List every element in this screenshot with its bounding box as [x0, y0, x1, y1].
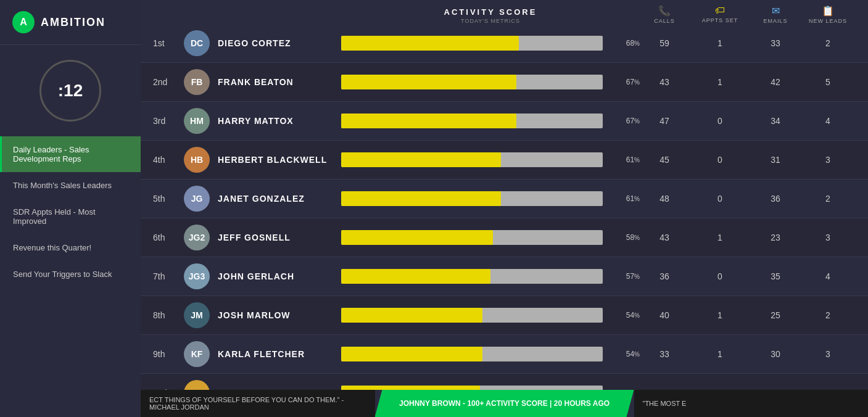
footer: ECT THINGS OF YOURSELF BEFORE YOU CAN DO…	[141, 390, 868, 417]
sidebar-item-0[interactable]: Daily Leaders - Sales Development Reps	[0, 136, 141, 172]
score-bar-container	[341, 114, 603, 128]
calls-cell: 47	[640, 116, 689, 126]
calls-cell: 40	[640, 310, 689, 320]
bar-cell	[341, 191, 603, 206]
avatar: LM	[184, 380, 210, 390]
appts-cell: 1	[689, 310, 751, 320]
table-row: 6th JG2 JEFF GOSNELL 58% 43 1 23 3	[141, 218, 868, 257]
bar-cell	[341, 230, 603, 245]
leads-cell: 2	[800, 194, 856, 204]
main-content: ACTIVITY SCORE TODAY'S METRICS 📞 CALLS 🏷…	[141, 0, 868, 417]
score-cell: 68%	[603, 39, 640, 47]
leads-cell: 3	[800, 349, 856, 359]
emails-cell: 31	[751, 155, 800, 165]
avatar: KF	[184, 341, 210, 367]
timer-area: :12	[0, 45, 141, 136]
emails-cell: 25	[751, 310, 800, 320]
score-cell: 58%	[603, 233, 640, 242]
calls-cell: 33	[640, 349, 689, 359]
appts-cell: 1	[689, 349, 751, 359]
avatar-cell: JG3	[184, 263, 218, 289]
table-row: 4th HB HERBERT BLACKWELL 61% 45 0 31 3	[141, 141, 868, 180]
score-bar-container	[341, 308, 603, 323]
score-bar-fill	[341, 152, 501, 167]
score-bar-fill	[341, 230, 493, 245]
sidebar-item-2[interactable]: SDR Appts Held - Most Improved	[0, 199, 141, 234]
leads-cell: 2	[800, 38, 856, 48]
score-bar-fill	[341, 308, 482, 323]
logo-text: AMBITION	[41, 16, 105, 29]
sidebar-item-4[interactable]: Send Your Triggers to Slack	[0, 261, 141, 287]
score-bar-fill	[341, 269, 490, 284]
bar-cell	[341, 36, 603, 51]
score-bar-container	[341, 386, 603, 390]
sidebar-item-3[interactable]: Revenue this Quarter!	[0, 234, 141, 261]
emails-cell: 33	[751, 38, 800, 48]
leads-cell: 5	[800, 77, 856, 87]
table-row: 10th LM LORI MOORE 53% 39 1 19 3	[141, 374, 868, 390]
leads-cell: 4	[800, 116, 856, 126]
bar-cell	[341, 114, 603, 128]
appts-cell: 1	[689, 233, 751, 242]
header-icons-row: ACTIVITY SCORE TODAY'S METRICS 📞 CALLS 🏷…	[141, 0, 868, 24]
rank-cell: 6th	[153, 233, 184, 242]
calls-cell: 48	[640, 194, 689, 204]
logo-icon: A	[12, 11, 35, 33]
activity-score-title: ACTIVITY SCORE	[341, 7, 640, 17]
calls-cell: 36	[640, 271, 689, 281]
score-cell: 67%	[603, 78, 640, 86]
name-cell: FRANK BEATON	[218, 77, 341, 87]
avatar-cell: FB	[184, 69, 218, 95]
table-row: 2nd FB FRANK BEATON 67% 43 1 42 5	[141, 63, 868, 102]
emails-cell: 36	[751, 194, 800, 204]
avatar-cell: JG	[184, 186, 218, 212]
avatar-cell: JG2	[184, 225, 218, 250]
emails-cell: 30	[751, 349, 800, 359]
score-bar-fill	[341, 347, 482, 361]
name-cell: DIEGO CORTEZ	[218, 38, 341, 48]
score-bar-container	[341, 36, 603, 51]
avatar-cell: HB	[184, 147, 218, 173]
calls-cell: 59	[640, 38, 689, 48]
score-bar-container	[341, 269, 603, 284]
rank-cell: 8th	[153, 310, 184, 320]
timer-circle: :12	[39, 60, 101, 122]
score-cell: 61%	[603, 155, 640, 164]
emails-cell: 34	[751, 116, 800, 126]
score-cell: 67%	[603, 117, 640, 125]
score-bar-container	[341, 75, 603, 89]
appts-cell: 0	[689, 194, 751, 204]
nav-items: Daily Leaders - Sales Development RepsTh…	[0, 136, 141, 417]
emails-cell: 35	[751, 271, 800, 281]
bar-cell	[341, 75, 603, 89]
score-bar-fill	[341, 36, 519, 51]
avatar: JG2	[184, 225, 210, 250]
rank-cell: 9th	[153, 349, 184, 359]
name-cell: HARRY MATTOX	[218, 116, 341, 126]
score-cell: 54%	[603, 311, 640, 320]
rank-cell: 2nd	[153, 77, 184, 87]
appts-cell: 1	[689, 38, 751, 48]
name-cell: HERBERT BLACKWELL	[218, 155, 341, 165]
rank-cell: 7th	[153, 271, 184, 281]
score-bar-container	[341, 191, 603, 206]
table-row: 3rd HM HARRY MATTOX 67% 47 0 34 4	[141, 102, 868, 141]
bar-cell	[341, 347, 603, 361]
today-metrics-label: TODAY'S METRICS	[341, 18, 640, 24]
footer-right: "THE MOST E	[634, 390, 869, 417]
score-bar-fill	[341, 191, 501, 206]
calls-cell: 45	[640, 155, 689, 165]
rank-cell: 3rd	[153, 116, 184, 126]
footer-center: JOHNNY BROWN - 100+ ACTIVITY SCORE | 20 …	[375, 390, 634, 417]
name-cell: KARLA FLETCHER	[218, 349, 341, 359]
rank-cell: 5th	[153, 194, 184, 204]
avatar-cell: JM	[184, 302, 218, 328]
leaderboard-rows: 1st DC DIEGO CORTEZ 68% 59 1 33 2 2nd FB…	[141, 24, 868, 390]
appts-cell: 1	[689, 77, 751, 87]
leads-cell: 3	[800, 233, 856, 242]
rank-cell: 1st	[153, 38, 184, 48]
score-cell: 61%	[603, 194, 640, 203]
sidebar-item-1[interactable]: This Month's Sales Leaders	[0, 172, 141, 199]
table-row: 9th KF KARLA FLETCHER 54% 33 1 30 3	[141, 335, 868, 374]
bar-cell	[341, 152, 603, 167]
